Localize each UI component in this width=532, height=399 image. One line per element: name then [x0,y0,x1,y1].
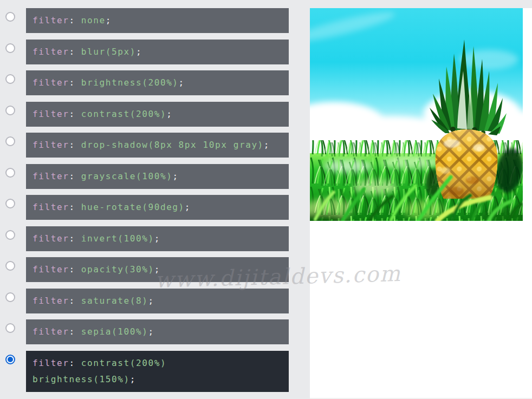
semicolon: ; [166,109,172,119]
css-property: filter [33,296,69,306]
css-value: hue-rotate(90deg) [75,202,185,212]
css-code-block[interactable]: filter: hue-rotate(90deg); [26,195,289,220]
filter-option-row[interactable]: filter: drop-shadow(8px 8px 10px gray); [5,133,289,158]
css-code-block[interactable]: filter: invert(100%); [26,226,289,251]
filter-option-row[interactable]: filter: saturate(8); [5,289,289,313]
css-property: filter [33,171,69,181]
filter-options-list: filter: none; filter: blur(5px); filter:… [5,8,289,398]
css-property: filter [33,233,69,244]
filter-option-row[interactable]: filter: grayscale(100%); [5,164,289,189]
colon: : [69,296,75,306]
code-line-1: filter: grayscale(100%); [33,168,289,185]
css-code-block[interactable]: filter: contrast(200%) brightness(150%); [26,351,289,392]
semicolon: ; [185,202,191,212]
semicolon: ; [106,15,112,25]
css-code-block[interactable]: filter: sepia(100%); [26,319,289,344]
css-property: filter [33,77,69,88]
filter-option-row[interactable]: filter: none; [5,8,289,33]
code-line-1: filter: drop-shadow(8px 8px 10px gray); [33,137,289,153]
css-value: brightness(200%) [75,77,179,88]
radio-button[interactable] [5,12,15,22]
radio-button[interactable] [5,355,15,364]
radio-button[interactable] [5,261,15,271]
css-value: drop-shadow(8px 8px 10px gray) [75,140,264,150]
colon: : [69,77,75,88]
radio-button[interactable] [5,168,15,178]
css-property: filter [33,264,69,274]
preview-panel [310,8,532,399]
css-value: contrast(200%) [75,358,167,368]
colon: : [69,171,75,181]
code-line-1: filter: saturate(8); [33,293,289,309]
radio-button[interactable] [5,43,15,53]
radio-button[interactable] [5,199,15,208]
semicolon: ; [148,326,154,337]
colon: : [69,233,75,244]
filter-option-row[interactable]: filter: contrast(200%); [5,102,289,127]
colon: : [69,15,75,25]
css-value: opacity(30%) [75,264,154,274]
code-line-1: filter: hue-rotate(90deg); [33,199,289,215]
semicolon: ; [179,77,185,88]
colon: : [69,358,75,368]
css-property: filter [33,109,69,119]
code-line-1: filter: contrast(200%); [33,106,289,122]
filter-option-row[interactable]: filter: invert(100%); [5,226,289,251]
semicolon: ; [154,233,160,244]
semicolon: ; [136,47,142,57]
filter-option-row[interactable]: filter: blur(5px); [5,40,289,64]
semicolon: ; [264,140,270,150]
semicolon: ; [130,374,136,384]
semicolon: ; [154,264,160,274]
code-line-1: filter: opacity(30%); [33,261,289,278]
filter-option-row[interactable]: filter: brightness(200%); [5,70,289,95]
colon: : [69,326,75,337]
css-code-block[interactable]: filter: contrast(200%); [26,102,289,127]
radio-button[interactable] [5,136,15,146]
css-filter-demo-page: filter: none; filter: blur(5px); filter:… [0,0,532,399]
code-line-2: brightness(150%); [33,371,289,388]
css-property: filter [33,202,69,212]
css-property: filter [33,358,69,368]
css-value: blur(5px) [75,47,136,57]
radio-button[interactable] [5,230,15,240]
radio-button[interactable] [5,292,15,302]
radio-button[interactable] [5,323,15,333]
colon: : [69,140,75,150]
filtered-photo-pineapple [310,8,523,221]
radio-button[interactable] [5,74,15,84]
filter-option-row[interactable]: filter: opacity(30%); [5,257,289,282]
code-line-1: filter: none; [33,12,289,29]
code-line-1: filter: sepia(100%); [33,324,289,340]
filter-option-row[interactable]: filter: sepia(100%); [5,319,289,344]
code-line-1: filter: contrast(200%) [33,355,289,371]
colon: : [69,47,75,57]
css-value: sepia(100%) [75,326,148,337]
css-property: filter [33,47,69,57]
css-code-block[interactable]: filter: blur(5px); [26,40,289,64]
semicolon: ; [172,171,178,181]
css-value: saturate(8) [75,296,148,306]
css-code-block[interactable]: filter: brightness(200%); [26,70,289,95]
css-property: filter [33,15,69,25]
semicolon: ; [148,296,154,306]
css-value: grayscale(100%) [75,171,173,181]
css-value: none [75,15,106,25]
css-code-block[interactable]: filter: none; [26,8,289,33]
pineapple-body [436,129,498,199]
css-property: filter [33,140,69,150]
colon: : [69,202,75,212]
filter-option-row[interactable]: filter: hue-rotate(90deg); [5,195,289,220]
colon: : [69,264,75,274]
colon: : [69,109,75,119]
css-code-block[interactable]: filter: drop-shadow(8px 8px 10px gray); [26,133,289,158]
radio-button[interactable] [5,106,15,115]
filter-option-row[interactable]: filter: contrast(200%) brightness(150%); [5,351,289,392]
css-property: filter [33,326,69,337]
css-value: invert(100%) [75,233,154,244]
css-code-block[interactable]: filter: grayscale(100%); [26,164,289,189]
css-code-block[interactable]: filter: opacity(30%); [26,257,289,282]
css-value: contrast(200%) [75,109,167,119]
css-code-block[interactable]: filter: saturate(8); [26,289,289,313]
code-line-1: filter: brightness(200%); [33,75,289,91]
